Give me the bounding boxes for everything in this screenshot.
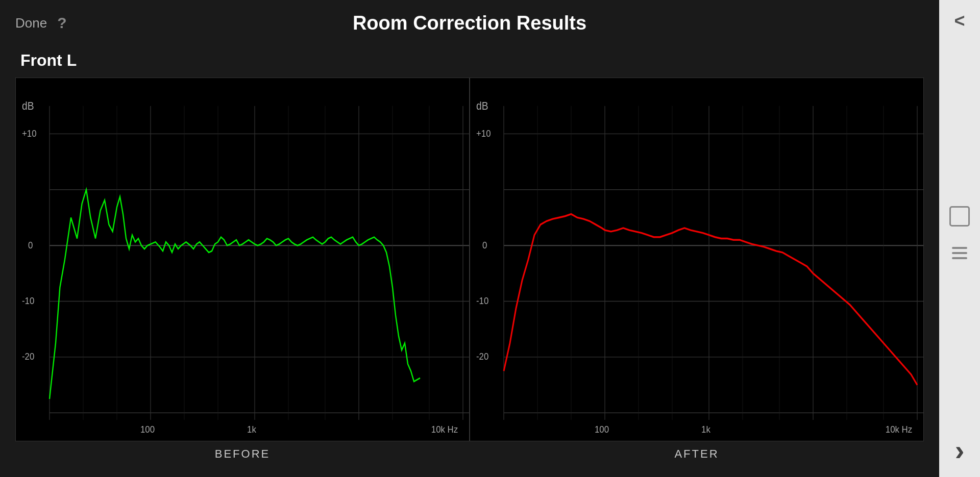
after-chart: dB +10 0 -10 -20 100 1k 10k Hz	[470, 78, 924, 441]
after-chart-label: AFTER	[470, 441, 924, 467]
content-area: Front L	[0, 46, 939, 477]
main-area: Done ? Room Correction Results Front L	[0, 0, 939, 477]
before-chart-label: BEFORE	[15, 441, 470, 467]
forward-arrow-button[interactable]: ›	[955, 434, 965, 467]
after-chart-wrapper: dB +10 0 -10 -20 100 1k 10k Hz AFTER	[470, 78, 924, 467]
svg-text:-20: -20	[476, 351, 488, 362]
svg-text:+10: +10	[22, 128, 36, 139]
done-button[interactable]: Done	[15, 15, 47, 31]
svg-text:100: 100	[595, 424, 609, 435]
before-chart-wrapper: dB +10 0 -10 -20 100 1k 10k Hz BEFORE	[15, 78, 470, 467]
page-title: Room Correction Results	[353, 12, 586, 34]
svg-text:10k Hz: 10k Hz	[431, 424, 458, 435]
svg-text:100: 100	[140, 424, 155, 435]
menu-icon[interactable]	[952, 247, 967, 259]
menu-line-2	[952, 252, 967, 254]
svg-text:+10: +10	[476, 128, 491, 139]
charts-container: dB +10 0 -10 -20 100 1k 10k Hz BEFORE	[15, 78, 924, 467]
svg-text:0: 0	[482, 240, 487, 250]
svg-text:1k: 1k	[701, 424, 711, 435]
svg-text:-10: -10	[476, 295, 488, 306]
svg-text:dB: dB	[476, 99, 488, 111]
help-icon[interactable]: ?	[57, 14, 66, 32]
svg-text:0: 0	[28, 240, 33, 250]
header: Done ? Room Correction Results	[0, 0, 939, 46]
menu-line-3	[952, 257, 967, 259]
before-chart-svg: dB +10 0 -10 -20 100 1k 10k Hz	[16, 78, 469, 441]
back-arrow-button[interactable]: <	[954, 10, 965, 32]
menu-line-1	[952, 247, 967, 249]
svg-text:1k: 1k	[247, 424, 257, 435]
sidebar: < ›	[939, 0, 980, 477]
before-chart: dB +10 0 -10 -20 100 1k 10k Hz	[15, 78, 470, 441]
svg-text:dB: dB	[22, 99, 34, 111]
svg-text:-10: -10	[22, 295, 34, 306]
svg-text:-20: -20	[22, 351, 34, 362]
home-icon[interactable]	[949, 206, 970, 227]
after-chart-svg: dB +10 0 -10 -20 100 1k 10k Hz	[470, 78, 923, 441]
svg-text:10k Hz: 10k Hz	[886, 424, 912, 435]
speaker-label: Front L	[15, 51, 924, 70]
